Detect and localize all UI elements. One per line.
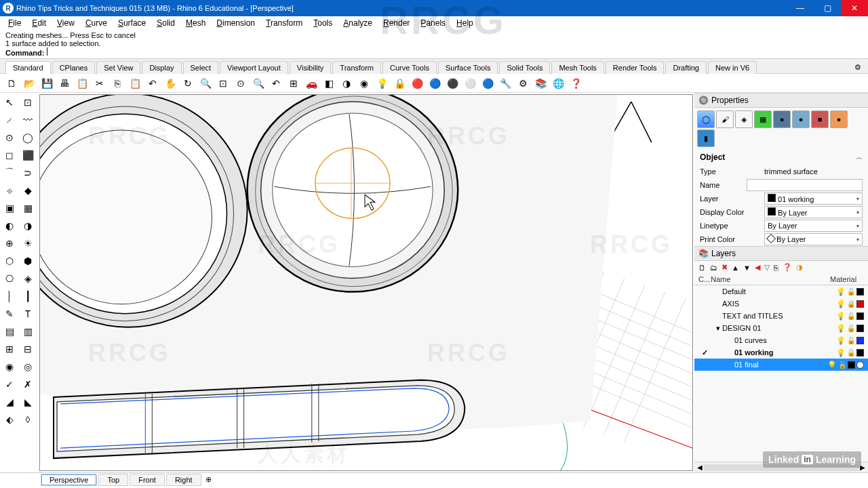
viewtab-right[interactable]: Right — [166, 474, 201, 486]
tool-icon-15[interactable]: ◑ — [20, 218, 36, 234]
tool-icon-14[interactable]: ◐ — [1, 218, 18, 234]
sphere-shade-icon[interactable]: ⚫ — [445, 76, 460, 91]
tool-icon-26[interactable]: ▤ — [1, 323, 18, 340]
layers-icon[interactable]: 📚 — [533, 76, 548, 91]
properties-header[interactable]: 🔘 Properties — [694, 93, 868, 108]
save-icon[interactable]: 💾 — [39, 76, 54, 91]
rotate-view-icon[interactable]: ↻ — [180, 76, 195, 91]
tool-icon-19[interactable]: ⬢ — [20, 253, 36, 269]
tool-icon-11[interactable]: ◆ — [20, 182, 36, 199]
material-icon[interactable]: 🖌 — [716, 110, 734, 128]
sphere-tex-icon[interactable]: 🔵 — [427, 76, 442, 91]
viewtab-front[interactable]: Front — [130, 474, 165, 486]
tab-set-view[interactable]: Set View — [96, 61, 140, 74]
earth-icon[interactable]: 🌐 — [551, 76, 566, 91]
layer-row[interactable]: 01 curves💡🔓 — [694, 334, 868, 346]
viewtab-perspective[interactable]: Perspective — [41, 474, 97, 486]
tool-icon-35[interactable]: ◣ — [20, 394, 36, 410]
tool-icon-37[interactable]: ◊ — [20, 411, 36, 428]
object-props-icon[interactable]: ◯ — [697, 110, 715, 128]
texture-icon[interactable]: ◈ — [735, 110, 753, 128]
up-icon[interactable]: ▲ — [732, 264, 739, 272]
menu-panels[interactable]: Panels — [415, 18, 451, 28]
tab-viewport-layout[interactable]: Viewport Layout — [220, 61, 288, 74]
menu-view[interactable]: View — [52, 18, 80, 28]
tool-icon-36[interactable]: ⬖ — [1, 411, 18, 428]
cplane-world-icon[interactable]: ◑ — [339, 76, 354, 91]
col-material[interactable]: Material — [830, 275, 864, 283]
tab-select[interactable]: Select — [183, 61, 219, 74]
layer-row[interactable]: 01 final💡🔓 — [694, 359, 868, 371]
menu-file[interactable]: File — [3, 18, 26, 28]
print-icon[interactable]: 🖶 — [57, 76, 72, 91]
layer-row[interactable]: Default💡🔓 — [694, 285, 868, 298]
tool-icon-21[interactable]: ◈ — [20, 270, 36, 287]
layer-select[interactable]: 01 working — [764, 192, 863, 205]
menu-mesh[interactable]: Mesh — [180, 18, 211, 28]
minimize-button[interactable]: — — [787, 0, 814, 16]
tool-icon-3[interactable]: 〰 — [20, 112, 36, 128]
tab-standard[interactable]: Standard — [5, 61, 51, 74]
maximize-button[interactable]: ▢ — [814, 0, 841, 16]
tab-cplanes[interactable]: CPlanes — [52, 61, 96, 74]
zoom-window-icon[interactable]: ⊡ — [216, 76, 231, 91]
delete-layer-icon[interactable]: ✖ — [722, 263, 728, 272]
tab-drafting[interactable]: Drafting — [665, 61, 707, 74]
undo-icon[interactable]: ↶ — [145, 76, 160, 91]
linetype-select[interactable]: By Layer — [764, 220, 863, 232]
sphere-wire-icon[interactable]: ⚪ — [462, 76, 477, 91]
layer-row[interactable]: TEXT and TITLES💡🔓 — [694, 310, 868, 322]
tool-icon-27[interactable]: ▥ — [20, 323, 36, 340]
tool-icon-30[interactable]: ◉ — [1, 359, 18, 375]
tool-icon-0[interactable]: ↖ — [1, 94, 18, 110]
tool-icon-33[interactable]: ✗ — [20, 376, 36, 392]
menu-analyze[interactable]: Analyze — [338, 18, 378, 28]
tool-icon-4[interactable]: ⊙ — [1, 129, 18, 146]
box-icon[interactable]: ■ — [811, 110, 829, 128]
copy-icon[interactable]: ⎘ — [110, 76, 125, 91]
tool-icon-18[interactable]: ⬡ — [1, 253, 18, 269]
command-area[interactable]: Creating meshes... Press Esc to cancel 1… — [0, 30, 868, 59]
tab-solid-tools[interactable]: Solid Tools — [499, 61, 550, 74]
tool-icon-17[interactable]: ☀ — [20, 235, 36, 251]
new-icon[interactable]: 🗋 — [4, 76, 19, 91]
tool-icon-2[interactable]: ⟋ — [1, 112, 18, 128]
new-layer-icon[interactable]: 🗋 — [698, 264, 706, 272]
tool-icon-5[interactable]: ◯ — [20, 129, 36, 146]
menu-surface[interactable]: Surface — [113, 18, 151, 28]
down-icon[interactable]: ▼ — [743, 264, 751, 272]
help-layer-icon[interactable]: ❓ — [783, 263, 792, 272]
tab-visibility[interactable]: Visibility — [290, 61, 332, 74]
tool-icon-24[interactable]: ✎ — [1, 306, 18, 322]
menu-curve[interactable]: Curve — [80, 18, 113, 28]
close-button[interactable]: ✕ — [841, 0, 868, 16]
tool-icon-20[interactable]: ⎔ — [1, 270, 18, 287]
tool-icon-22[interactable]: │ — [1, 288, 18, 304]
name-input[interactable] — [747, 179, 863, 191]
layer-row[interactable]: ▾DESIGN 01💡🔓 — [694, 322, 868, 334]
scroll-left-icon[interactable]: ◀ — [694, 464, 703, 471]
tool-icon-25[interactable]: T — [20, 306, 36, 322]
tool-icon-1[interactable]: ⊡ — [20, 94, 36, 110]
properties-icon[interactable]: ⚙ — [515, 76, 530, 91]
viewport-perspective[interactable]: Perspective — [39, 94, 693, 471]
tool-icon-9[interactable]: ⊃ — [20, 165, 36, 181]
tab-surface-tools[interactable]: Surface Tools — [438, 61, 498, 74]
col-name[interactable]: Name — [711, 275, 830, 283]
layer-row[interactable]: ✓01 working💡🔓 — [694, 346, 868, 359]
tab-mesh-tools[interactable]: Mesh Tools — [551, 61, 604, 74]
tab-curve-tools[interactable]: Curve Tools — [382, 61, 437, 74]
light-icon[interactable]: 💡 — [374, 76, 389, 91]
new-sublayer-icon[interactable]: 🗂 — [710, 264, 717, 272]
print-color-select[interactable]: By Layer — [764, 233, 863, 245]
expand-icon[interactable]: ︿ — [856, 153, 863, 162]
menu-edit[interactable]: Edit — [26, 18, 52, 28]
pan-icon[interactable]: ✋ — [163, 76, 178, 91]
color-layer-icon[interactable]: ◑ — [796, 263, 803, 272]
filter-off-icon[interactable]: ◀ — [755, 263, 760, 272]
tool-icon-6[interactable]: ◻ — [1, 147, 18, 163]
sphere3-icon[interactable]: ● — [830, 110, 848, 128]
options-icon[interactable]: 🔧 — [498, 76, 513, 91]
menu-transform[interactable]: Transform — [260, 18, 308, 28]
tool-icon-23[interactable]: ┃ — [20, 288, 36, 304]
